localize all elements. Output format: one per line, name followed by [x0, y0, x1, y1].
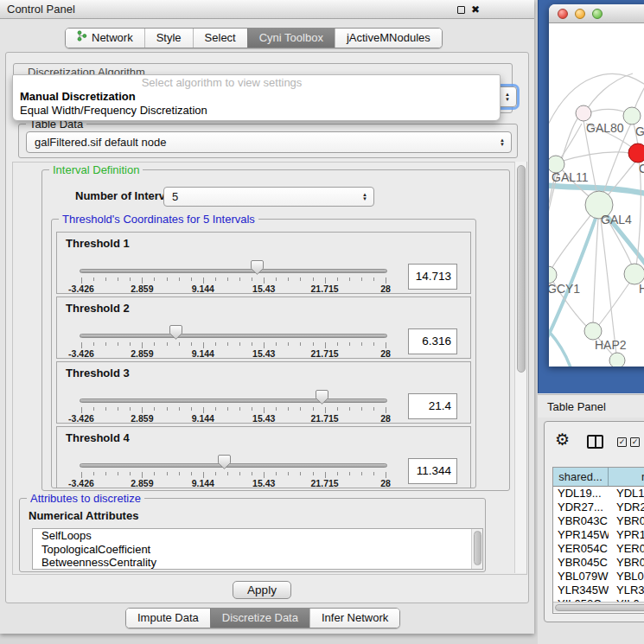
- table-row[interactable]: YBL079WYBL0: [553, 570, 644, 583]
- column-header-shared-[interactable]: shared...: [553, 468, 609, 487]
- close-icon[interactable]: ✖: [471, 5, 480, 14]
- table-cell: YLR3: [609, 583, 644, 597]
- bottom-tab-impute-data[interactable]: Impute Data: [126, 609, 210, 628]
- number-of-intervals-combobox[interactable]: 5 ▲▼: [163, 187, 374, 207]
- slider-tick: [130, 472, 131, 475]
- attributes-list-scrollbar[interactable]: [471, 529, 482, 569]
- threshold-value-field[interactable]: 11.344: [408, 458, 457, 484]
- threshold-slider-track[interactable]: [80, 269, 387, 273]
- threshold-slider-thumb[interactable]: [316, 390, 328, 405]
- bottom-tab-label: Discretize Data: [222, 609, 298, 628]
- threshold-panel-2: Threshold 2-3.4262.8599.14415.4321.71528…: [56, 296, 471, 359]
- network-canvas[interactable]: GAL80GACGAL11GAL4GCY1HHAP2: [549, 23, 644, 367]
- checkbox-icon[interactable]: ✓: [630, 437, 640, 447]
- column-header-n[interactable]: n: [609, 468, 644, 487]
- network-node[interactable]: [576, 105, 591, 121]
- slider-tick: [386, 472, 386, 478]
- threshold-value-field[interactable]: 6.316: [408, 328, 457, 354]
- bottom-tab-infer-network[interactable]: Infer Network: [309, 609, 399, 628]
- slider-tick: [215, 342, 216, 346]
- node-label-gcy1: GCY1: [549, 282, 580, 296]
- table-data-combobox[interactable]: galFiltered.sif default node ▲▼: [26, 131, 512, 153]
- slider-tick: [179, 407, 180, 411]
- network-node[interactable]: [584, 322, 602, 340]
- table-row[interactable]: YDL19...YDL1: [553, 487, 644, 501]
- scrollbar-thumb[interactable]: [517, 165, 526, 373]
- slider-tick-label: 9.144: [177, 478, 229, 488]
- table-row[interactable]: YBR045CYBR0: [553, 556, 644, 570]
- scrollbar-thumb[interactable]: [474, 531, 481, 565]
- bottom-tab-discretize-data[interactable]: Discretize Data: [210, 609, 309, 628]
- table-row[interactable]: YLR345WYLR3: [553, 583, 644, 597]
- close-traffic-light-icon[interactable]: [558, 9, 568, 19]
- threshold-slider-thumb[interactable]: [218, 455, 231, 469]
- settings-gear-icon[interactable]: ⚙: [555, 430, 570, 450]
- dropdown-option-equal-width-frequency-discretization[interactable]: Equal Width/Frequency Discretization: [13, 104, 500, 118]
- slider-tick: [118, 342, 118, 346]
- tab-jactivemnodules[interactable]: jActiveMNodules: [335, 29, 442, 48]
- slider-tick: [154, 342, 155, 346]
- table-cell: YPR1: [609, 528, 644, 542]
- split-columns-icon[interactable]: [587, 435, 603, 449]
- zoom-traffic-light-icon[interactable]: [592, 9, 603, 19]
- scrollbar-thumb[interactable]: [555, 604, 644, 611]
- slider-tick: [386, 407, 386, 413]
- threshold-slider-track[interactable]: [80, 399, 387, 403]
- node-label-ga: GA: [635, 124, 644, 138]
- slider-tick: [313, 407, 314, 411]
- panel-scrollbar[interactable]: [514, 162, 526, 573]
- minimize-traffic-light-icon[interactable]: [575, 9, 585, 19]
- network-icon: [77, 29, 87, 48]
- tab-style[interactable]: Style: [144, 29, 193, 48]
- slider-tick: [154, 472, 155, 475]
- screen: Control Panel ✖ NetworkStyleSelectCyni T…: [0, 0, 644, 644]
- network-node[interactable]: [609, 353, 625, 367]
- threshold-slider-track[interactable]: [80, 463, 387, 468]
- threshold-slider-thumb[interactable]: [251, 260, 264, 275]
- apply-button[interactable]: Apply: [233, 581, 291, 599]
- slider-tick-label: 9.144: [177, 413, 229, 424]
- control-panel-tabbar: NetworkStyleSelectCyni ToolboxjActiveMNo…: [65, 28, 443, 48]
- slider-tick-label: 15.43: [238, 284, 290, 294]
- table-row[interactable]: YDR27...YDR2: [553, 501, 644, 514]
- checkbox-icon[interactable]: ✓: [617, 437, 627, 447]
- slider-tick: [191, 277, 192, 281]
- float-window-icon[interactable]: [457, 6, 465, 14]
- threshold-value-field[interactable]: 14.713: [408, 264, 457, 290]
- slider-tick: [276, 472, 277, 475]
- slider-tick: [361, 342, 362, 346]
- slider-tick: [191, 407, 192, 411]
- slider-tick-label: 15.43: [238, 413, 290, 424]
- network-node[interactable]: [623, 107, 641, 124]
- network-node[interactable]: [549, 266, 557, 284]
- dropdown-option-manual-discretization[interactable]: Manual Discretization: [13, 90, 500, 104]
- slider-tick: [325, 277, 326, 284]
- network-node[interactable]: [628, 143, 644, 163]
- slider-tick: [361, 472, 362, 475]
- table-body: YDL19...YDL1YDR27...YDR2YBR043CYBR0YPR14…: [553, 487, 644, 611]
- threshold-label: Threshold 2: [66, 302, 130, 315]
- slider-tick: [179, 342, 180, 346]
- node-label-hap2: HAP2: [595, 338, 627, 352]
- table-row[interactable]: YPR145WYPR1: [553, 528, 644, 542]
- tab-network[interactable]: Network: [66, 29, 144, 48]
- table-row[interactable]: YER054CYER0: [553, 542, 644, 556]
- table-row[interactable]: YBR043CYBR0: [553, 514, 644, 528]
- node-label-c: C: [639, 162, 644, 175]
- attribute-item-selfloops[interactable]: SelfLoops: [33, 529, 482, 543]
- threshold-value-field[interactable]: 21.4: [408, 393, 457, 419]
- threshold-slider-thumb[interactable]: [169, 325, 182, 340]
- slider-tick: [325, 472, 326, 478]
- slider-tick: [288, 472, 289, 475]
- threshold-slider-track[interactable]: [80, 334, 387, 338]
- table-cell: YER054C: [553, 542, 609, 556]
- attribute-item-betweennesscentrality[interactable]: BetweennessCentrality: [33, 556, 482, 570]
- attribute-item-topologicalcoefficient[interactable]: TopologicalCoefficient: [33, 543, 482, 557]
- slider-tick: [215, 472, 216, 475]
- tab-select[interactable]: Select: [193, 29, 247, 48]
- threshold-panel-1: Threshold 1-3.4262.8599.14415.4321.71528…: [56, 232, 471, 294]
- slider-tick: [349, 342, 350, 346]
- table-horizontal-scrollbar[interactable]: [553, 602, 644, 612]
- slider-tick: [252, 407, 252, 411]
- tab-cyni-toolbox[interactable]: Cyni Toolbox: [247, 29, 335, 48]
